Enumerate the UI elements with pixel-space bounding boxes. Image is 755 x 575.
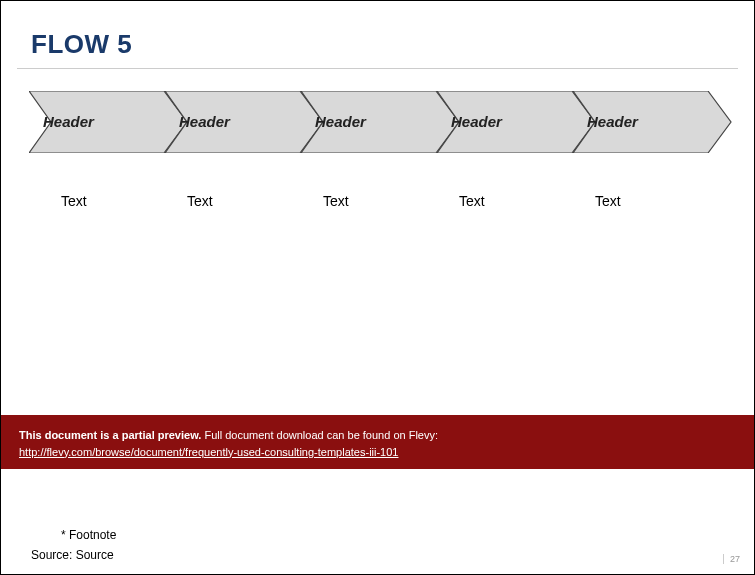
flow-text-3: Text [323,193,349,209]
flow-step-header: Header [43,113,94,130]
flow-step-header: Header [587,113,638,130]
flow-text-row: Text Text Text Text Text [29,193,738,215]
preview-banner: This document is a partial preview. Full… [1,415,754,469]
source-text: Source: Source [31,548,114,562]
banner-rest-text: Full document download can be found on F… [201,429,438,441]
page-number: 27 [723,554,740,564]
flow-step-header: Header [451,113,502,130]
banner-link[interactable]: http://flevy.com/browse/document/frequen… [19,446,398,458]
flow-text-4: Text [459,193,485,209]
flow-step-header: Header [315,113,366,130]
flow-text-1: Text [61,193,87,209]
flow-text-5: Text [595,193,621,209]
flow-step-header: Header [179,113,230,130]
flow-step-5: Header [573,91,733,157]
footnote: * Footnote [61,528,116,542]
flow-text-2: Text [187,193,213,209]
flow-diagram: Header Header Header Header Header [29,91,738,181]
page-title: FLOW 5 [1,1,754,68]
title-divider [17,68,738,69]
banner-bold-text: This document is a partial preview. [19,429,201,441]
